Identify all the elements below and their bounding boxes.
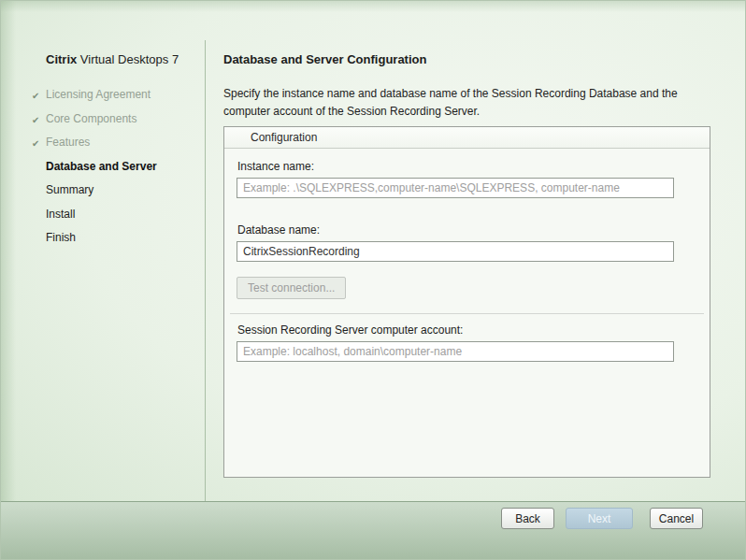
back-button[interactable]: Back <box>501 508 554 529</box>
check-icon: ✔ <box>32 114 39 126</box>
step-label: Licensing Agreement <box>46 88 151 101</box>
product-title: Citrix Virtual Desktops 7 <box>46 52 205 66</box>
instance-name-input[interactable] <box>237 178 674 198</box>
sidebar-step-install: Install <box>32 208 205 221</box>
groupbox-body: Instance name: Database name: Test conne… <box>224 149 710 362</box>
server-account-input[interactable] <box>237 341 674 362</box>
product-name: Virtual Desktops 7 <box>80 52 179 66</box>
sidebar-step-core-components: ✔ Core Components <box>32 113 205 125</box>
sidebar-divider <box>205 40 206 501</box>
installer-window: Citrix Virtual Desktops 7 ✔ Licensing Ag… <box>0 0 746 560</box>
groupbox-legend: Configuration <box>224 127 710 149</box>
step-label: Features <box>46 136 90 149</box>
sidebar-step-features: ✔ Features <box>32 136 205 149</box>
instance-name-label: Instance name: <box>237 160 697 173</box>
page-description: Specify the instance name and database n… <box>223 85 696 120</box>
cancel-button[interactable]: Cancel <box>650 508 703 529</box>
configuration-groupbox: Configuration Instance name: Database na… <box>223 126 710 478</box>
sidebar-step-summary: Summary <box>32 184 205 196</box>
step-label: Summary <box>46 183 93 196</box>
check-icon: ✔ <box>32 90 39 102</box>
step-label: Install <box>46 208 75 221</box>
test-connection-button[interactable]: Test connection... <box>237 277 346 299</box>
page-title: Database and Server Configuration <box>223 52 426 66</box>
server-account-label: Session Recording Server computer accoun… <box>237 323 697 337</box>
step-label: Core Components <box>46 112 136 125</box>
brand-name: Citrix <box>46 52 77 66</box>
next-button[interactable]: Next <box>566 508 633 529</box>
sidebar-step-database-and-server: Database and Server <box>32 161 205 173</box>
step-label: Database and Server <box>46 160 157 173</box>
sidebar-step-licensing-agreement: ✔ Licensing Agreement <box>32 89 205 101</box>
section-separator <box>230 313 704 314</box>
database-name-label: Database name: <box>237 223 697 237</box>
database-name-input[interactable] <box>237 241 674 262</box>
check-icon: ✔ <box>32 137 39 150</box>
wizard-steps: ✔ Licensing Agreement ✔ Core Components … <box>32 89 205 244</box>
wizard-sidebar: Citrix Virtual Desktops 7 ✔ Licensing Ag… <box>1 1 205 503</box>
step-label: Finish <box>46 231 76 244</box>
action-bar: Back Next Cancel <box>1 501 745 559</box>
sidebar-step-finish: Finish <box>32 232 205 244</box>
